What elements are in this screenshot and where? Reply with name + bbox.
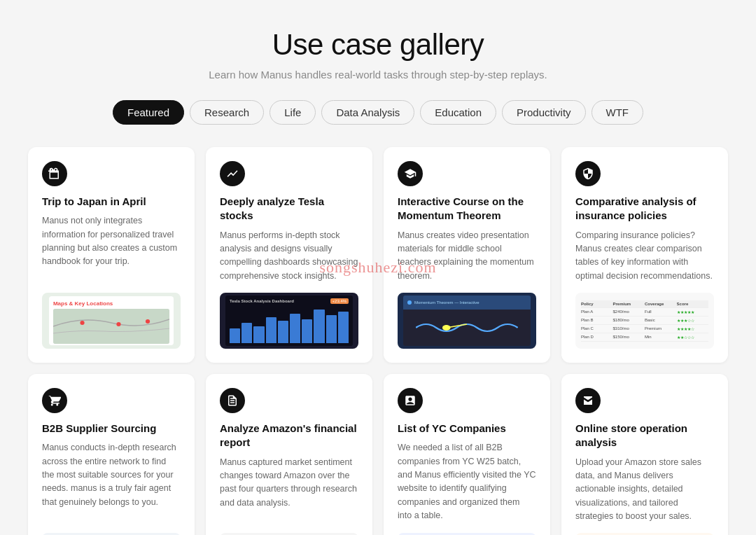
card-store[interactable]: Online store operation analysis Upload y… [561, 374, 728, 535]
card-icon-store [575, 388, 601, 413]
card-title-yc: List of YC Companies [398, 422, 536, 436]
svg-point-2 [116, 322, 120, 326]
card-japan-trip[interactable]: Trip to Japan in April Manus not only in… [28, 147, 195, 363]
cards-grid: Trip to Japan in April Manus not only in… [28, 147, 728, 535]
card-preview-momentum: Momentum Theorem — Interactive [398, 293, 536, 349]
card-icon-yc [398, 388, 423, 413]
card-tesla-stocks[interactable]: Deeply analyze Tesla stocks Manus perfor… [206, 147, 372, 363]
card-amazon[interactable]: Analyze Amazon's financial report Manus … [206, 374, 372, 535]
tab-life[interactable]: Life [270, 100, 316, 125]
tab-wtf[interactable]: WTF [592, 100, 643, 125]
tab-productivity[interactable]: Productivity [502, 100, 586, 125]
card-title-tesla: Deeply analyze Tesla stocks [220, 195, 358, 223]
card-title-momentum: Interactive Course on the Momentum Theor… [398, 195, 536, 223]
card-desc-yc: We needed a list of all B2B companies fr… [398, 441, 536, 523]
card-desc-b2b: Manus conducts in-depth research across … [42, 441, 181, 523]
card-momentum[interactable]: Interactive Course on the Momentum Theor… [384, 147, 550, 363]
card-desc-momentum: Manus creates video presentation materia… [398, 229, 536, 284]
card-icon-japan [42, 161, 67, 186]
page-title: Use case gallery [28, 28, 728, 62]
svg-point-3 [146, 319, 150, 324]
card-insurance[interactable]: Comparative analysis of insurance polici… [561, 147, 728, 363]
page-subtitle: Learn how Manus handles real-world tasks… [28, 69, 728, 81]
tab-education[interactable]: Education [420, 100, 496, 125]
card-preview-tesla: Tesla Stock Analysis Dashboard +23.4% [220, 293, 358, 349]
card-icon-amazon [220, 388, 245, 413]
card-desc-amazon: Manus captured market sentiment changes … [220, 456, 358, 524]
svg-rect-0 [53, 309, 169, 344]
card-preview-insurance: Policy Premium Coverage Score Plan A$240… [575, 293, 714, 349]
card-title-insurance: Comparative analysis of insurance polici… [575, 195, 714, 223]
page-header: Use case gallery Learn how Manus handles… [28, 28, 728, 81]
card-title-b2b: B2B Supplier Sourcing [42, 422, 181, 436]
card-title-japan: Trip to Japan in April [42, 195, 181, 209]
svg-point-1 [80, 321, 84, 325]
card-icon-insurance [575, 161, 601, 186]
card-icon-b2b [42, 388, 67, 413]
card-desc-tesla: Manus performs in-depth stock analysis a… [220, 229, 358, 284]
tab-research[interactable]: Research [190, 100, 264, 125]
card-desc-japan: Manus not only integrates information fo… [42, 214, 181, 283]
card-icon-momentum [398, 161, 423, 186]
card-title-store: Online store operation analysis [575, 422, 714, 450]
tab-bar: Featured Research Life Data Analysis Edu… [28, 100, 728, 125]
card-b2b[interactable]: B2B Supplier Sourcing Manus conducts in-… [28, 374, 195, 535]
tab-featured[interactable]: Featured [113, 100, 184, 125]
card-desc-insurance: Comparing insurance policies? Manus crea… [575, 229, 714, 284]
card-yc[interactable]: List of YC Companies We needed a list of… [384, 374, 550, 535]
card-desc-store: Upload your Amazon store sales data, and… [575, 456, 714, 524]
tab-data-analysis[interactable]: Data Analysis [321, 100, 414, 125]
card-icon-tesla [220, 161, 245, 186]
card-title-amazon: Analyze Amazon's financial report [220, 422, 358, 450]
card-preview-japan: Maps & Key Locations [42, 293, 181, 349]
